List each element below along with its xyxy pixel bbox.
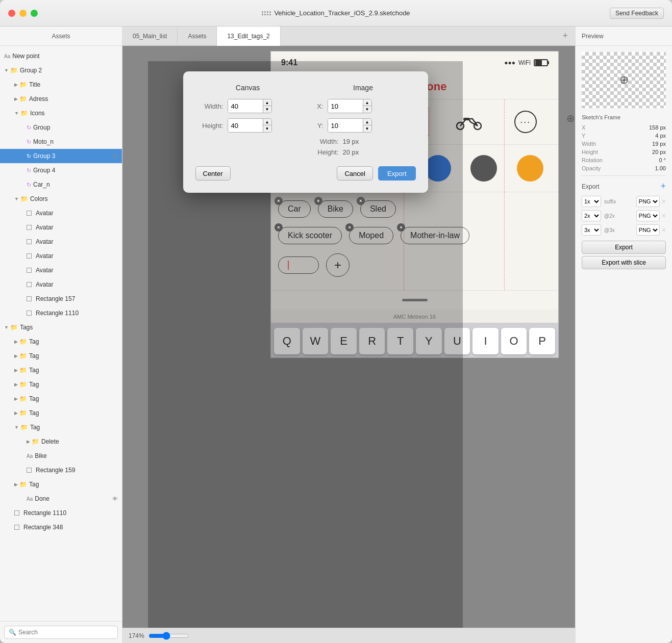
close-button[interactable]	[8, 10, 15, 17]
sidebar-item-avatar4[interactable]: Avatar	[0, 249, 122, 263]
export-button[interactable]: Export	[582, 241, 666, 254]
sidebar-item-avatar3[interactable]: Avatar	[0, 235, 122, 249]
sidebar-item-tags[interactable]: ▼ 📁 Tags	[0, 320, 122, 335]
sidebar-item-delete[interactable]: ▶ 📁 Delete	[0, 434, 122, 449]
tag-x-kick-scooter[interactable]: ×	[275, 223, 283, 232]
sidebar-item-rect1110b[interactable]: Rectangle 1110	[0, 506, 122, 520]
sidebar-item-rect1110[interactable]: Rectangle 1110	[0, 306, 122, 320]
sidebar-item-tag6[interactable]: ▶ 📁 Tag	[0, 406, 122, 420]
sidebar-item-rect157[interactable]: Rectangle 157	[0, 292, 122, 306]
key-o[interactable]: O	[501, 328, 527, 354]
sidebar-item-avatar2[interactable]: Avatar	[0, 220, 122, 235]
sidebar-item-avatar1[interactable]: Avatar	[0, 206, 122, 220]
canvas-width-input[interactable]: ▲ ▼	[228, 99, 272, 113]
sidebar-item-colors[interactable]: ▼ 📁 Colors	[0, 192, 122, 206]
tag-x-mother-in-law[interactable]: ×	[397, 223, 405, 232]
format-select-1x[interactable]: PNGJPGSVG	[636, 196, 660, 207]
more-options-button[interactable]: ···	[514, 111, 537, 133]
tag-x-car[interactable]: ×	[275, 197, 283, 205]
sidebar-item-moto-n[interactable]: ↻ Moto_n	[0, 135, 122, 149]
key-i[interactable]: I	[472, 328, 499, 354]
sidebar-item-done[interactable]: Aa Done 👁	[0, 492, 122, 506]
zoom-slider[interactable]	[148, 632, 189, 640]
tab-assets[interactable]: Assets	[178, 27, 217, 46]
visibility-icon[interactable]: 👁	[112, 496, 118, 502]
sidebar-item-avatar6[interactable]: Avatar	[0, 277, 122, 292]
search-input[interactable]	[18, 629, 113, 636]
sidebar-item-group4[interactable]: ↻ Group 4	[0, 163, 122, 177]
height-step-up[interactable]: ▲	[263, 119, 271, 125]
preview-box: ⊕	[582, 52, 666, 108]
expand-icon: ▶	[14, 96, 18, 101]
folder-icon: 📁	[20, 195, 28, 202]
x-step-down[interactable]: ▼	[363, 106, 371, 113]
x-step-up[interactable]: ▲	[363, 99, 371, 106]
export-modal-button[interactable]: Export	[378, 166, 416, 181]
sidebar-item-tag5[interactable]: ▶ 📁 Tag	[0, 392, 122, 406]
image-y-field[interactable]	[328, 119, 363, 132]
sidebar-item-icons[interactable]: ▼ 📁 Icons	[0, 106, 122, 120]
y-step-up[interactable]: ▲	[363, 119, 371, 125]
prop-h-label: Height	[582, 149, 598, 155]
sidebar-item-tag2[interactable]: ▶ 📁 Tag	[0, 349, 122, 363]
format-select-3x[interactable]: PNGJPGSVG	[636, 224, 660, 236]
sidebar-item-avatar5[interactable]: Avatar	[0, 263, 122, 277]
canvas-viewport[interactable]: 9:41 ●●● WiFi Choose one	[122, 46, 575, 628]
sidebar-item-adress[interactable]: ▶ 📁 Adress	[0, 92, 122, 106]
tab-13-edit-tags-2[interactable]: 13_Edit_tags_2	[217, 27, 280, 46]
y-step-down[interactable]: ▼	[363, 125, 371, 132]
multiplier-select-2x[interactable]: 1x2x3x	[582, 210, 601, 221]
guide-line-v2	[504, 99, 505, 144]
image-y-input[interactable]: ▲ ▼	[328, 118, 372, 133]
sidebar-item-tag8[interactable]: ▶ 📁 Tag	[0, 477, 122, 492]
remove-icon-2x[interactable]: ×	[662, 212, 666, 220]
format-select-2x[interactable]: PNGJPGSVG	[636, 210, 660, 221]
maximize-button[interactable]	[31, 10, 38, 17]
height-step-down[interactable]: ▼	[263, 125, 271, 132]
minimize-button[interactable]	[19, 10, 27, 17]
canvas-height-field[interactable]	[228, 119, 263, 132]
image-x-field[interactable]	[328, 99, 363, 113]
canvas-width-field[interactable]	[228, 99, 263, 113]
bike-label: Bike	[35, 452, 46, 459]
sidebar-item-group2[interactable]: ▼ 📁 Group 2	[0, 63, 122, 78]
search-icon: 🔍	[9, 629, 16, 636]
sidebar-item-rect159[interactable]: Rectangle 159	[0, 463, 122, 477]
sidebar-item-tag7[interactable]: ▼ 📁 Tag	[0, 420, 122, 434]
sidebar-item-tag1[interactable]: ▶ 📁 Tag	[0, 335, 122, 349]
sidebar-item-title[interactable]: ▶ 📁 Title	[0, 78, 122, 92]
width-step-down[interactable]: ▼	[263, 106, 271, 113]
send-feedback-button[interactable]: Send Feedback	[610, 8, 664, 19]
expand-icon: ▼	[14, 425, 19, 430]
sidebar-item-group[interactable]: ↻ Group	[0, 120, 122, 135]
color-dark[interactable]	[470, 155, 497, 182]
sidebar-item-group3[interactable]: ↻ Group 3 👁	[0, 149, 122, 163]
color-orange[interactable]	[517, 155, 543, 182]
group-label: Group	[33, 124, 50, 131]
width-step-up[interactable]: ▲	[263, 99, 271, 106]
key-p[interactable]: P	[529, 328, 555, 354]
cancel-button[interactable]: Cancel	[337, 166, 372, 181]
tab-add-button[interactable]: +	[555, 27, 575, 46]
sidebar-item-tag4[interactable]: ▶ 📁 Tag	[0, 377, 122, 392]
multiplier-select-3x[interactable]: 1x2x3x	[582, 224, 601, 236]
visibility-icon[interactable]: 👁	[112, 153, 118, 159]
remove-icon-1x[interactable]: ×	[662, 197, 666, 205]
center-button[interactable]: Center	[195, 166, 231, 181]
export-slice-button[interactable]: Export with slice	[582, 256, 666, 269]
image-x-input[interactable]: ▲ ▼	[328, 99, 372, 113]
sidebar-item-new-point[interactable]: Aa New point	[0, 49, 122, 63]
colors-label: Colors	[30, 195, 48, 202]
sidebar-item-bike[interactable]: Aa Bike	[0, 449, 122, 463]
sidebar-item-tag3[interactable]: ▶ 📁 Tag	[0, 363, 122, 377]
tab-05-main-list[interactable]: 05_Main_list	[122, 27, 178, 46]
canvas-height-input[interactable]: ▲ ▼	[228, 118, 272, 133]
tag-x-sled[interactable]: ×	[357, 197, 365, 205]
tag2-label: Tag	[29, 352, 39, 359]
sidebar-item-rect348[interactable]: Rectangle 348	[0, 520, 122, 534]
export-add-icon[interactable]: +	[660, 181, 666, 192]
multiplier-select-1x[interactable]: 1x2x3x	[582, 196, 601, 207]
sidebar-item-car-n[interactable]: ↻ Car_n	[0, 177, 122, 192]
remove-icon-3x[interactable]: ×	[662, 226, 666, 234]
tag-x-bike[interactable]: ×	[314, 197, 322, 205]
